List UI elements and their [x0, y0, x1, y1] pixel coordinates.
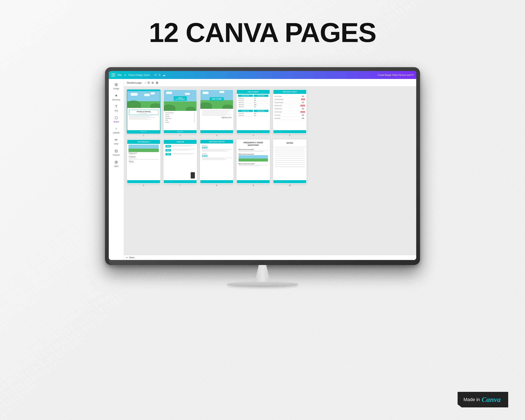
monitor-stand-neck — [250, 265, 275, 282]
page-thumb-8[interactable]: ADDITIONAL SERVICE Service 01 $200 — [200, 140, 234, 184]
page-item-1[interactable]: Service & Pricing GUIDES — [127, 89, 160, 137]
page-thumb-6[interactable]: TESTIMONIALS "Excellent service!" — Happ… — [127, 140, 160, 184]
made-in-text: Made in — [463, 397, 480, 402]
hamburger-icon[interactable] — [111, 74, 115, 76]
uploads-icon: ↑ — [115, 127, 117, 131]
page-thumb-2[interactable]: TABLEOF CONTENT Service Overview1 Pricin… — [163, 89, 197, 134]
signature: Signature Line — [202, 117, 231, 118]
sidebar-item-brand[interactable]: ⬡ Brand — [110, 114, 123, 124]
page-timeline: TIMELINE 2020 — [164, 140, 197, 183]
monitor: File ★ Resize & Magic Switch ↺ ↻ ☁ Credi… — [105, 67, 420, 287]
canvas-area: Deselect page ↑ ⧉ ⊕ 🗑 — [124, 79, 416, 260]
notes-icon: ✏ — [126, 256, 128, 259]
page-item-2[interactable]: TABLEOF CONTENT Service Overview1 Pricin… — [163, 89, 197, 137]
services-header: SERVICES SHEET — [273, 90, 306, 94]
page-item-4[interactable]: PRICE SHEET Company Name Service Name Se… — [236, 89, 270, 137]
sidebar-label-draw: Draw — [114, 143, 118, 145]
notes-header: NOTES — [273, 140, 306, 146]
document-title: Credit Repair Client Service and Pr — [378, 74, 414, 76]
page-item-8[interactable]: ADDITIONAL SERVICE Service 01 $200 — [200, 140, 234, 187]
page-number-3: 3 — [216, 134, 217, 137]
page-notes: NOTES — [273, 140, 306, 183]
sidebar-label-text: Text — [114, 110, 118, 112]
page-thumb-4[interactable]: PRICE SHEET Company Name Service Name Se… — [236, 89, 270, 134]
sidebar-item-projects[interactable]: ⊟ Projects — [110, 147, 123, 157]
page-thumb-3[interactable]: WELCOME — [200, 89, 234, 134]
page-item-10[interactable]: NOTES — [273, 140, 307, 187]
testimonials-header: TESTIMONIALS — [127, 140, 160, 144]
star-icon: ★ — [124, 74, 126, 76]
page-number-9: 9 — [253, 184, 254, 187]
sidebar-label-uploads: Uploads — [113, 132, 120, 134]
page-title: 12 CANVA PAGES — [0, 17, 525, 48]
page-toc: TABLEOF CONTENT Service Overview1 Pricin… — [164, 90, 197, 133]
copy-icon[interactable]: ⧉ — [148, 81, 150, 84]
page-thumb-7[interactable]: TIMELINE 2020 — [163, 140, 197, 184]
page-number-8: 8 — [216, 184, 217, 187]
additional-header: ADDITIONAL SERVICE — [200, 140, 233, 143]
duplicate-icon[interactable]: ⊕ — [151, 81, 154, 84]
page-thumb-10[interactable]: NOTES — [273, 140, 307, 184]
page-cover: Service & Pricing GUIDES — [127, 90, 160, 133]
sidebar-item-draw[interactable]: ✏ Draw — [110, 136, 123, 146]
toc-label: TABLEOF CONTENT — [174, 96, 187, 101]
pages-row-2: TESTIMONIALS "Excellent service!" — Happ… — [127, 140, 413, 187]
sidebar-label-projects: Projects — [113, 154, 120, 156]
cover-subtitle: GUIDES — [131, 112, 157, 114]
pages-area: Service & Pricing GUIDES — [124, 86, 416, 255]
page-thumb-9[interactable]: FREQUENTLY ASKED QUESTIONS What colors d… — [236, 140, 270, 184]
page-thumb-1[interactable]: Service & Pricing GUIDES — [127, 89, 160, 134]
sidebar-label-brand: Brand — [114, 121, 119, 123]
notes-text: Notes — [129, 256, 135, 259]
page-services: SERVICES SHEET Basic Package$99 Standard… — [273, 90, 306, 133]
resize-magic-switch[interactable]: Resize & Magic Switch — [129, 74, 150, 76]
page-number-7: 7 — [179, 184, 181, 187]
page-number-6: 6 — [143, 184, 144, 187]
welcome-label: WELCOME — [210, 97, 224, 101]
file-menu[interactable]: File — [118, 74, 122, 76]
undo-icon[interactable]: ↺ — [154, 73, 157, 77]
page-number-1: 1 — [143, 134, 144, 137]
page-thumb-5[interactable]: SERVICES SHEET Basic Package$99 Standard… — [273, 89, 307, 134]
page-item-7[interactable]: TIMELINE 2020 — [163, 140, 197, 187]
page-number-4: 4 — [253, 134, 254, 137]
draw-icon: ✏ — [115, 138, 118, 142]
sidebar-item-uploads[interactable]: ↑ Uploads — [110, 125, 123, 135]
pages-row-1: Service & Pricing GUIDES — [127, 89, 413, 137]
page-number-10: 10 — [289, 184, 291, 187]
page-faq: FREQUENTLY ASKED QUESTIONS What colors d… — [237, 140, 270, 183]
sidebar-item-apps[interactable]: ⊞ Apps — [110, 158, 123, 168]
page-testimonials: TESTIMONIALS "Excellent service!" — Happ… — [127, 140, 160, 183]
text-icon: T — [115, 105, 117, 109]
apps-icon: ⊞ — [115, 160, 118, 164]
page-price: PRICE SHEET Company Name Service Name Se… — [237, 90, 270, 133]
canva-body: ⊞ Design ✦ Elements T Text ⬡ Brand — [109, 79, 416, 260]
sidebar-item-text[interactable]: T Text — [110, 103, 123, 113]
price-header: PRICE SHEET — [237, 90, 270, 94]
notes-bar[interactable]: ✏ Notes — [124, 255, 416, 260]
sidebar-item-design[interactable]: ⊞ Design — [110, 81, 123, 91]
redo-icon[interactable]: ↻ — [158, 73, 161, 77]
deselect-label[interactable]: Deselect page — [127, 82, 141, 84]
monitor-stand-base — [227, 282, 298, 287]
deselect-actions: ↑ ⧉ ⊕ 🗑 — [144, 81, 159, 84]
monitor-screen: File ★ Resize & Magic Switch ↺ ↻ ☁ Credi… — [109, 71, 416, 260]
cloud-icon: ☁ — [162, 73, 166, 77]
sidebar-item-elements[interactable]: ✦ Elements — [110, 92, 123, 102]
elements-icon: ✦ — [115, 93, 118, 98]
page-item-5[interactable]: SERVICES SHEET Basic Package$99 Standard… — [273, 89, 307, 137]
monitor-bezel: File ★ Resize & Magic Switch ↺ ↻ ☁ Credi… — [105, 67, 420, 265]
page-item-3[interactable]: WELCOME — [200, 89, 234, 137]
faq-header: FREQUENTLY ASKED QUESTIONS — [239, 141, 268, 146]
share-icon[interactable]: ↑ — [144, 81, 146, 84]
sidebar-label-apps: Apps — [114, 165, 118, 167]
page-item-6[interactable]: TESTIMONIALS "Excellent service!" — Happ… — [127, 140, 160, 187]
canva-sidebar: ⊞ Design ✦ Elements T Text ⬡ Brand — [109, 79, 124, 260]
monitor-chin — [109, 260, 416, 265]
timeline-header: TIMELINE — [164, 140, 197, 144]
cover-title: Service & Pricing — [131, 111, 157, 112]
delete-icon[interactable]: 🗑 — [156, 81, 159, 84]
canva-badge: Made in Canva — [458, 392, 508, 407]
page-item-9[interactable]: FREQUENTLY ASKED QUESTIONS What colors d… — [236, 140, 270, 187]
page-number-2: 2 — [179, 134, 181, 137]
